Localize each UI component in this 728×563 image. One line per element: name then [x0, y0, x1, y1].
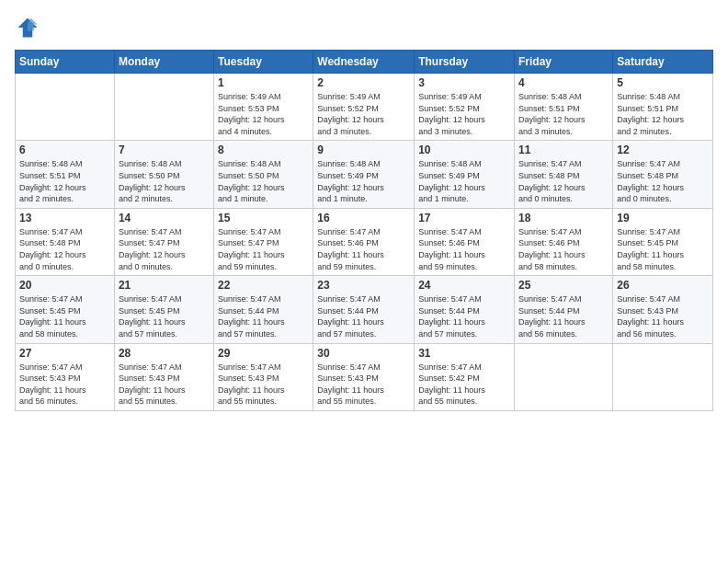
calendar-cell: 25Sunrise: 5:47 AM Sunset: 5:44 PM Dayli…: [515, 276, 613, 343]
calendar-cell: 7Sunrise: 5:48 AM Sunset: 5:50 PM Daylig…: [114, 141, 213, 208]
calendar-cell: 14Sunrise: 5:47 AM Sunset: 5:47 PM Dayli…: [114, 208, 213, 275]
day-number: 12: [617, 144, 709, 156]
calendar-table: SundayMondayTuesdayWednesdayThursdayFrid…: [15, 50, 713, 411]
day-info: Sunrise: 5:47 AM Sunset: 5:43 PM Dayligh…: [617, 293, 709, 339]
calendar-cell: 21Sunrise: 5:47 AM Sunset: 5:45 PM Dayli…: [114, 276, 213, 343]
day-info: Sunrise: 5:47 AM Sunset: 5:45 PM Dayligh…: [119, 293, 210, 339]
weekday-header-row: SundayMondayTuesdayWednesdayThursdayFrid…: [16, 51, 713, 74]
day-info: Sunrise: 5:48 AM Sunset: 5:50 PM Dayligh…: [218, 158, 309, 204]
day-info: Sunrise: 5:47 AM Sunset: 5:42 PM Dayligh…: [418, 362, 510, 408]
day-info: Sunrise: 5:47 AM Sunset: 5:44 PM Dayligh…: [418, 293, 510, 339]
weekday-header-friday: Friday: [515, 51, 613, 74]
calendar-cell: 9Sunrise: 5:48 AM Sunset: 5:49 PM Daylig…: [313, 141, 415, 208]
day-info: Sunrise: 5:47 AM Sunset: 5:46 PM Dayligh…: [317, 226, 410, 272]
calendar-cell: 27Sunrise: 5:47 AM Sunset: 5:43 PM Dayli…: [16, 343, 115, 410]
day-info: Sunrise: 5:47 AM Sunset: 5:46 PM Dayligh…: [418, 226, 510, 272]
calendar-cell: 20Sunrise: 5:47 AM Sunset: 5:45 PM Dayli…: [16, 276, 115, 343]
day-info: Sunrise: 5:48 AM Sunset: 5:51 PM Dayligh…: [19, 158, 110, 204]
day-number: 30: [317, 347, 410, 360]
calendar-cell: 19Sunrise: 5:47 AM Sunset: 5:45 PM Dayli…: [613, 208, 713, 275]
day-number: 3: [418, 76, 510, 89]
day-info: Sunrise: 5:49 AM Sunset: 5:52 PM Dayligh…: [317, 91, 410, 137]
day-info: Sunrise: 5:47 AM Sunset: 5:43 PM Dayligh…: [19, 362, 110, 408]
calendar-cell: 31Sunrise: 5:47 AM Sunset: 5:42 PM Dayli…: [415, 343, 515, 410]
day-info: Sunrise: 5:49 AM Sunset: 5:52 PM Dayligh…: [418, 91, 510, 137]
day-number: 26: [617, 279, 709, 292]
calendar-cell: 22Sunrise: 5:47 AM Sunset: 5:44 PM Dayli…: [214, 276, 313, 343]
day-number: 5: [617, 76, 709, 89]
weekday-header-tuesday: Tuesday: [214, 51, 313, 74]
logo-icon: [15, 15, 40, 40]
day-info: Sunrise: 5:48 AM Sunset: 5:49 PM Dayligh…: [317, 158, 410, 204]
calendar-cell: 24Sunrise: 5:47 AM Sunset: 5:44 PM Dayli…: [415, 276, 515, 343]
day-number: 6: [19, 144, 110, 156]
calendar-cell: 30Sunrise: 5:47 AM Sunset: 5:43 PM Dayli…: [313, 343, 415, 410]
calendar-cell: 3Sunrise: 5:49 AM Sunset: 5:52 PM Daylig…: [415, 74, 515, 141]
calendar-cell: 6Sunrise: 5:48 AM Sunset: 5:51 PM Daylig…: [16, 141, 115, 208]
calendar-week-row-2: 6Sunrise: 5:48 AM Sunset: 5:51 PM Daylig…: [16, 141, 713, 208]
day-number: 23: [317, 279, 410, 292]
day-number: 8: [218, 144, 309, 156]
day-number: 15: [218, 212, 309, 224]
day-info: Sunrise: 5:47 AM Sunset: 5:43 PM Dayligh…: [119, 362, 210, 408]
weekday-header-thursday: Thursday: [415, 51, 515, 74]
day-info: Sunrise: 5:47 AM Sunset: 5:45 PM Dayligh…: [617, 226, 709, 272]
calendar-cell: 26Sunrise: 5:47 AM Sunset: 5:43 PM Dayli…: [613, 276, 713, 343]
calendar-cell: [114, 74, 213, 141]
day-info: Sunrise: 5:47 AM Sunset: 5:44 PM Dayligh…: [518, 293, 609, 339]
calendar-cell: 10Sunrise: 5:48 AM Sunset: 5:49 PM Dayli…: [415, 141, 515, 208]
logo: [15, 15, 44, 40]
day-info: Sunrise: 5:47 AM Sunset: 5:46 PM Dayligh…: [518, 226, 609, 272]
day-number: 16: [317, 212, 410, 224]
day-info: Sunrise: 5:47 AM Sunset: 5:47 PM Dayligh…: [218, 226, 309, 272]
calendar-cell: 4Sunrise: 5:48 AM Sunset: 5:51 PM Daylig…: [515, 74, 613, 141]
calendar-week-row-4: 20Sunrise: 5:47 AM Sunset: 5:45 PM Dayli…: [16, 276, 713, 343]
calendar-cell: 12Sunrise: 5:47 AM Sunset: 5:48 PM Dayli…: [613, 141, 713, 208]
day-number: 2: [317, 76, 410, 89]
calendar-cell: 2Sunrise: 5:49 AM Sunset: 5:52 PM Daylig…: [313, 74, 415, 141]
page: SundayMondayTuesdayWednesdayThursdayFrid…: [0, 0, 728, 563]
day-info: Sunrise: 5:48 AM Sunset: 5:51 PM Dayligh…: [518, 91, 609, 137]
calendar-cell: 23Sunrise: 5:47 AM Sunset: 5:44 PM Dayli…: [313, 276, 415, 343]
day-number: 25: [518, 279, 609, 292]
day-info: Sunrise: 5:47 AM Sunset: 5:48 PM Dayligh…: [19, 226, 110, 272]
day-info: Sunrise: 5:47 AM Sunset: 5:44 PM Dayligh…: [218, 293, 309, 339]
calendar-cell: 18Sunrise: 5:47 AM Sunset: 5:46 PM Dayli…: [515, 208, 613, 275]
day-number: 17: [418, 212, 510, 224]
day-number: 13: [19, 212, 110, 224]
day-info: Sunrise: 5:48 AM Sunset: 5:49 PM Dayligh…: [418, 158, 510, 204]
day-number: 31: [418, 347, 510, 360]
calendar-cell: 17Sunrise: 5:47 AM Sunset: 5:46 PM Dayli…: [415, 208, 515, 275]
weekday-header-saturday: Saturday: [613, 51, 713, 74]
day-info: Sunrise: 5:47 AM Sunset: 5:47 PM Dayligh…: [119, 226, 210, 272]
calendar-cell: 15Sunrise: 5:47 AM Sunset: 5:47 PM Dayli…: [214, 208, 313, 275]
day-info: Sunrise: 5:49 AM Sunset: 5:53 PM Dayligh…: [218, 91, 309, 137]
day-info: Sunrise: 5:47 AM Sunset: 5:48 PM Dayligh…: [617, 158, 709, 204]
day-number: 24: [418, 279, 510, 292]
calendar-cell: 29Sunrise: 5:47 AM Sunset: 5:43 PM Dayli…: [214, 343, 313, 410]
calendar-cell: 1Sunrise: 5:49 AM Sunset: 5:53 PM Daylig…: [214, 74, 313, 141]
day-number: 21: [119, 279, 210, 292]
weekday-header-wednesday: Wednesday: [313, 51, 415, 74]
weekday-header-sunday: Sunday: [16, 51, 115, 74]
day-number: 14: [119, 212, 210, 224]
day-number: 22: [218, 279, 309, 292]
day-number: 20: [19, 279, 110, 292]
day-info: Sunrise: 5:47 AM Sunset: 5:45 PM Dayligh…: [19, 293, 110, 339]
day-number: 10: [418, 144, 510, 156]
calendar-cell: 8Sunrise: 5:48 AM Sunset: 5:50 PM Daylig…: [214, 141, 313, 208]
day-number: 18: [518, 212, 609, 224]
day-info: Sunrise: 5:47 AM Sunset: 5:48 PM Dayligh…: [518, 158, 609, 204]
day-number: 27: [19, 347, 110, 360]
calendar-week-row-3: 13Sunrise: 5:47 AM Sunset: 5:48 PM Dayli…: [16, 208, 713, 275]
day-number: 1: [218, 76, 309, 89]
calendar-cell: 5Sunrise: 5:48 AM Sunset: 5:51 PM Daylig…: [613, 74, 713, 141]
calendar-cell: [515, 343, 613, 410]
day-number: 9: [317, 144, 410, 156]
day-number: 28: [119, 347, 210, 360]
weekday-header-monday: Monday: [114, 51, 213, 74]
calendar-cell: [16, 74, 115, 141]
day-number: 7: [119, 144, 210, 156]
calendar-cell: 16Sunrise: 5:47 AM Sunset: 5:46 PM Dayli…: [313, 208, 415, 275]
day-info: Sunrise: 5:47 AM Sunset: 5:44 PM Dayligh…: [317, 293, 410, 339]
